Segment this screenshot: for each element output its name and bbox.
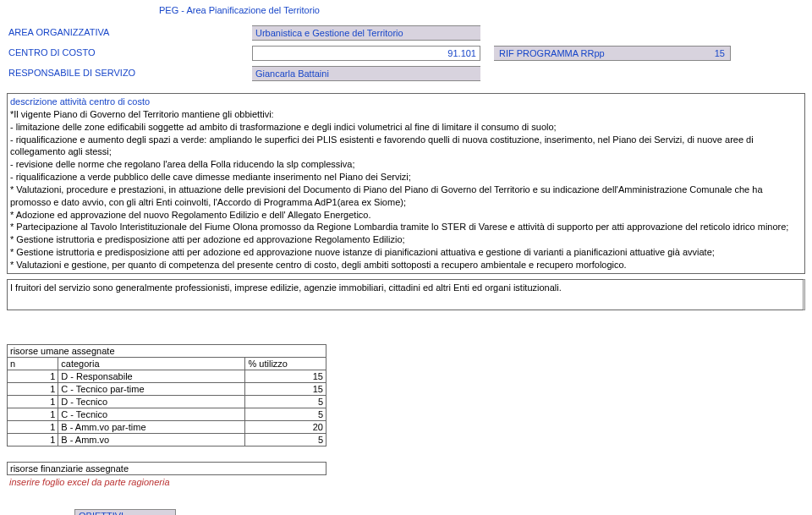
col-utilizzo: % utilizzo	[245, 357, 326, 370]
table-row: 1B - Amm.vo5	[8, 433, 326, 446]
description-line: - riqualificazione a verde pubblico dell…	[10, 171, 802, 184]
cell-n: 1	[8, 420, 58, 433]
cell-n: 1	[8, 408, 58, 420]
cell-n: 1	[8, 433, 58, 446]
cell-n: 1	[8, 395, 58, 408]
area-label: AREA ORGANIZZATIVA	[7, 25, 252, 41]
cell-cat: D - Responsabile	[58, 370, 245, 382]
costo-row: CENTRO DI COSTO 91.101 RIF PROGRAMMA RRp…	[7, 46, 805, 61]
col-categoria: categoria	[58, 357, 245, 370]
cell-pct: 5	[245, 433, 326, 446]
resp-label: RESPONSABILE DI SERVIZO	[7, 66, 252, 81]
risorse-title: risorse umane assegnate	[7, 344, 326, 357]
cell-cat: B - Amm.vo	[58, 433, 245, 446]
cell-pct: 15	[245, 370, 326, 382]
description-line: - limitazione delle zone edificabili sog…	[10, 121, 802, 134]
cell-cat: D - Tecnico	[58, 395, 245, 408]
fruitori-box: I fruitori del servizio sono generalment…	[7, 279, 805, 310]
table-row: 1C - Tecnico par-time15	[8, 382, 326, 395]
cell-pct: 20	[245, 420, 326, 433]
table-row: 1D - Tecnico5	[8, 395, 326, 408]
description-box: descrizione attività centro di costo *Il…	[7, 93, 805, 274]
fruitori-text: I fruitori del servizio sono generalment…	[10, 282, 562, 293]
table-row: 1B - Amm.vo par-time20	[8, 420, 326, 433]
resp-row: RESPONSABILE DI SERVIZO Giancarla Battai…	[7, 66, 805, 81]
description-line: *Il vigente Piano di Governo del Territo…	[10, 108, 802, 121]
description-line: - riqualificazione e aumento degli spazi…	[10, 134, 802, 159]
description-line: * Gestione istruttoria e predisposizione…	[10, 233, 802, 246]
description-line: * Valutazioni, procedure e prestazioni, …	[10, 184, 802, 209]
rif-value: 15	[697, 46, 731, 61]
description-line: - revisione delle norme che regolano l'a…	[10, 158, 802, 171]
risorse-table: n categoria % utilizzo 1D - Responsabile…	[7, 357, 326, 447]
cell-n: 1	[8, 370, 58, 382]
cell-cat: C - Tecnico par-time	[58, 382, 245, 395]
description-heading: descrizione attività centro di costo	[10, 96, 802, 108]
cell-cat: B - Amm.vo par-time	[58, 420, 245, 433]
col-n: n	[8, 357, 58, 370]
cell-pct: 5	[245, 408, 326, 420]
table-row: 1D - Responsabile15	[8, 370, 326, 382]
obiettivi-title: OBIETTIVI	[74, 509, 176, 515]
cell-pct: 15	[245, 382, 326, 395]
table-header-row: n categoria % utilizzo	[8, 357, 326, 370]
obiettivi-section: OBIETTIVI N.TITOLORIF RRPPAZIONISCADENZE…	[7, 509, 805, 515]
description-line: * Gestione istruttoria e predisposizione…	[10, 246, 802, 259]
description-line: * Partecipazione al Tavolo Interistituzi…	[10, 221, 802, 233]
table-row: 1C - Tecnico5	[8, 408, 326, 420]
resp-value: Giancarla Battaini	[252, 66, 480, 81]
page-title: PEG - Area Pianificazione del Territorio	[7, 5, 805, 15]
description-line: * Adozione ed approvazione del nuovo Reg…	[10, 209, 802, 222]
area-row: AREA ORGANIZZATIVA Urbanistica e Gestion…	[7, 25, 805, 41]
cell-pct: 5	[245, 395, 326, 408]
costo-label: CENTRO DI COSTO	[7, 46, 252, 61]
cell-cat: C - Tecnico	[58, 408, 245, 420]
finanziarie-title: risorse finanziarie assegnate	[7, 462, 326, 475]
costo-value: 91.101	[252, 46, 480, 61]
rif-label: RIF PROGRAMMA RRpp	[494, 46, 697, 61]
area-value: Urbanistica e Gestione del Territorio	[252, 25, 480, 41]
cell-n: 1	[8, 382, 58, 395]
description-line: * Valutazioni e gestione, per quanto di …	[10, 259, 802, 271]
finanziarie-note: inserire foglio excel da parte ragioneri…	[7, 475, 805, 489]
